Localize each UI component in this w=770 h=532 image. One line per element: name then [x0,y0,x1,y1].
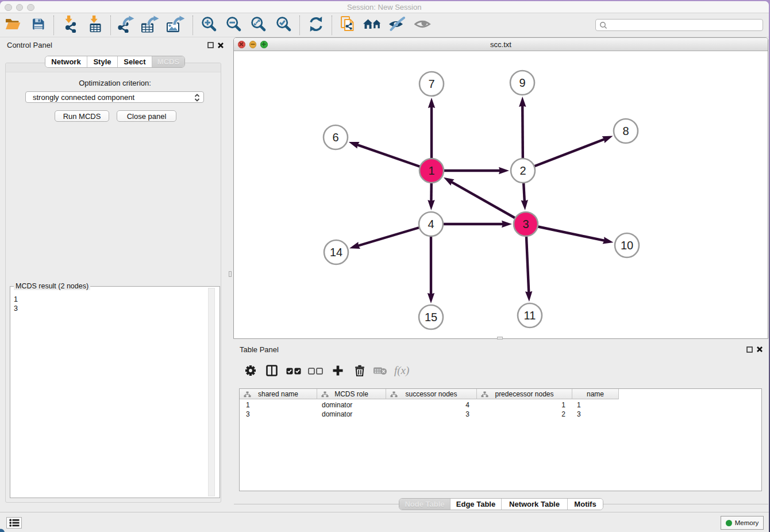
svg-text:3: 3 [522,218,529,230]
svg-text:1: 1 [428,164,434,177]
svg-text:15: 15 [425,311,437,323]
svg-text:6: 6 [332,131,338,144]
svg-text:2: 2 [519,164,526,177]
svg-text:9: 9 [519,76,525,89]
svg-text:11: 11 [524,309,536,322]
svg-text:4: 4 [428,218,434,230]
svg-text:10: 10 [621,239,633,252]
svg-text:14: 14 [330,246,342,259]
svg-text:7: 7 [428,78,434,90]
svg-text:8: 8 [622,125,629,137]
